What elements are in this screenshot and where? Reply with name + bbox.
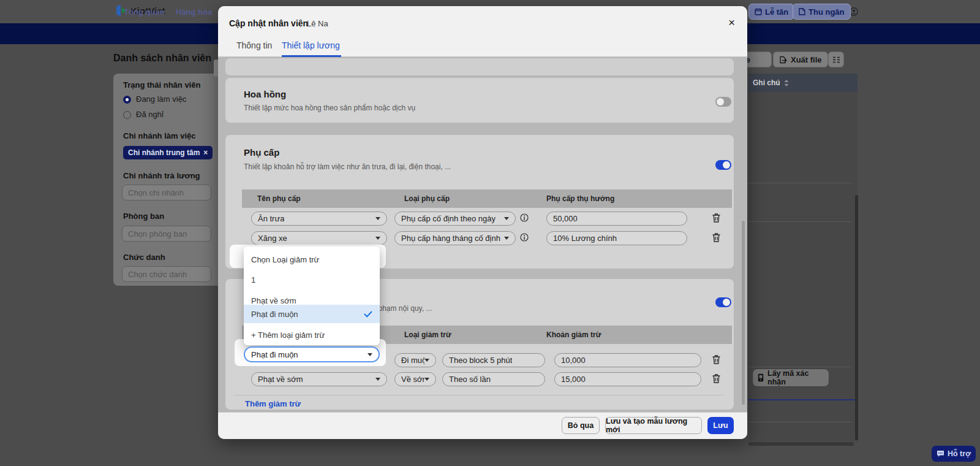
chevron-down-icon [424, 359, 429, 362]
dropdown-add-option[interactable]: + Thêm loại giảm trừ [244, 326, 380, 344]
title-divider: | [300, 18, 302, 28]
nav-item-overview[interactable]: Tổng quan [124, 7, 164, 17]
trash-icon[interactable] [712, 232, 721, 245]
position-label: Chức danh [123, 253, 165, 262]
chevron-down-icon [504, 217, 509, 220]
deduction-type-select[interactable]: Về sớm [394, 372, 436, 386]
page-title: Danh sách nhân viên [113, 53, 211, 64]
update-employee-modal: Cập nhật nhân viên | Lê Na × Thông tin T… [218, 6, 747, 439]
nav-item-goods[interactable]: Hàng hóa [176, 7, 212, 17]
employee-name: Lê Na [307, 19, 328, 28]
export-file-button[interactable]: Xuất file [773, 52, 828, 67]
trash-icon[interactable] [712, 373, 721, 386]
employee-detail-panel: Lấy mã xác nhận [748, 92, 858, 441]
chevron-down-icon [424, 378, 429, 381]
position-input[interactable]: Chọn chức danh [122, 266, 211, 282]
modal-header: Cập nhật nhân viên | Lê Na × Thông tin T… [218, 6, 747, 57]
chevron-down-icon [368, 353, 372, 356]
sort-icon [784, 80, 789, 86]
allowance-value-input[interactable]: 50,000 [546, 212, 687, 226]
dropdown-option-selected[interactable]: Phạt đi muộn [244, 305, 380, 323]
allowance-toggle[interactable] [715, 160, 731, 170]
deduction-method-field: Theo số lần [442, 372, 545, 386]
commission-section: Hoa hồng Thiết lập mức hoa hồng theo sản… [225, 78, 734, 123]
table-vertical-scrollbar[interactable] [855, 195, 858, 440]
device-icon [758, 373, 764, 382]
get-confirm-code-button[interactable]: Lấy mã xác nhận [752, 369, 829, 387]
chevron-down-icon [504, 237, 509, 240]
pay-branch-label: Chi nhánh trả lương [123, 171, 200, 180]
chip-remove-icon[interactable]: × [203, 148, 208, 157]
deduction-toggle[interactable] [715, 297, 731, 307]
close-icon[interactable]: × [728, 17, 735, 28]
commission-subtitle: Thiết lập mức hoa hồng theo sản phẩm hoặ… [244, 104, 415, 112]
allowance-title: Phụ cấp [244, 147, 279, 158]
trash-icon[interactable] [712, 213, 721, 226]
reception-button[interactable]: Lễ tân [748, 4, 794, 20]
department-label: Phòng ban [123, 212, 164, 221]
chevron-down-icon [375, 217, 380, 220]
support-button[interactable]: Hỗ trợ [932, 446, 976, 462]
cashier-button[interactable]: Thu ngân [793, 4, 851, 20]
allowance-type-select[interactable]: Phụ cấp cố định theo ngày [394, 212, 516, 226]
save-button[interactable]: Lưu [707, 417, 734, 434]
status-filter-label: Trạng thái nhân viên [123, 80, 200, 90]
deduction-type-dropdown: Chọn Loại giảm trừ 1 Phạt về sớm Phạt đi… [244, 246, 380, 345]
tab-salary-setup[interactable]: Thiết lập lương [282, 40, 340, 50]
allowance-name-select[interactable]: Xăng xe [251, 231, 387, 245]
screen: KiotViet Thiết lập Admin Tổng quan Hàng … [0, 0, 980, 466]
allowance-subtitle: Thiết lập khoản hỗ trợ làm việc như ăn t… [244, 162, 451, 171]
check-icon [364, 311, 372, 318]
calendar-icon [755, 8, 762, 15]
deduction-method-field: Theo block 5 phút [442, 353, 545, 367]
allowance-table-header: Tên phụ cấp Loại phụ cấp Phụ cấp thụ hưở… [242, 189, 732, 208]
department-input[interactable]: Chọn phòng ban [122, 226, 211, 242]
export-icon [779, 56, 787, 64]
user-icon [850, 7, 858, 16]
trash-icon[interactable] [712, 354, 721, 367]
chevron-down-icon [375, 237, 380, 240]
modal-scrollbar-thumb[interactable] [742, 221, 745, 405]
columns-icon [832, 56, 840, 63]
commission-toggle[interactable] [715, 97, 731, 107]
table-horizontal-scrollbar[interactable] [748, 442, 854, 446]
filter-panel: Trạng thái nhân viên Đang làm việc Đã ng… [113, 74, 221, 286]
modal-footer: Bỏ qua Lưu và tạo mẫu lương mới Lưu [218, 412, 747, 439]
info-icon[interactable] [520, 213, 529, 224]
deduction-name-select[interactable]: Phạt về sớm [251, 372, 387, 386]
cancel-button[interactable]: Bỏ qua [562, 417, 600, 434]
info-icon[interactable] [520, 233, 529, 244]
add-deduction-link[interactable]: Thêm giảm trừ [245, 399, 301, 408]
deduction-name-select-focused[interactable]: Phạt đi muộn [244, 346, 380, 362]
deduction-value-input[interactable]: 15,000 [554, 372, 701, 386]
allowance-value-input[interactable]: 10% Lương chính [546, 231, 687, 245]
save-template-button[interactable]: Lưu và tạo mẫu lương mới [605, 417, 702, 434]
columns-settings-button[interactable] [828, 52, 844, 67]
allowance-type-select[interactable]: Phụ cấp hàng tháng cố định [394, 231, 516, 245]
dropdown-option[interactable]: Chọn Loại giảm trừ [244, 250, 380, 269]
radio-working[interactable] [123, 96, 131, 104]
deduction-value-input[interactable]: 10,000 [554, 353, 701, 367]
previous-section-remnant [225, 58, 734, 75]
radio-quit[interactable] [123, 111, 131, 119]
radio-working-label[interactable]: Đang làm việc [136, 94, 186, 104]
allowance-name-select[interactable]: Ăn trưa [251, 212, 387, 226]
chat-icon [937, 450, 944, 457]
tab-info[interactable]: Thông tin [236, 40, 272, 50]
active-tab-underline [282, 55, 341, 57]
chevron-down-icon [375, 378, 380, 381]
modal-title: Cập nhật nhân viên [229, 18, 308, 28]
notes-column-header[interactable]: Ghi chú [748, 74, 858, 92]
document-icon [799, 8, 805, 15]
pay-branch-input[interactable]: Chọn chi nhánh [122, 185, 211, 201]
deduction-type-select[interactable]: Đi muộn [394, 353, 436, 367]
commission-title: Hoa hồng [244, 89, 286, 99]
branch-chip[interactable]: Chi nhánh trung tâm × [123, 146, 213, 159]
dropdown-option[interactable]: 1 [244, 270, 380, 289]
work-branch-label: Chi nhánh làm việc [123, 131, 195, 140]
radio-quit-label[interactable]: Đã nghỉ [136, 110, 164, 119]
